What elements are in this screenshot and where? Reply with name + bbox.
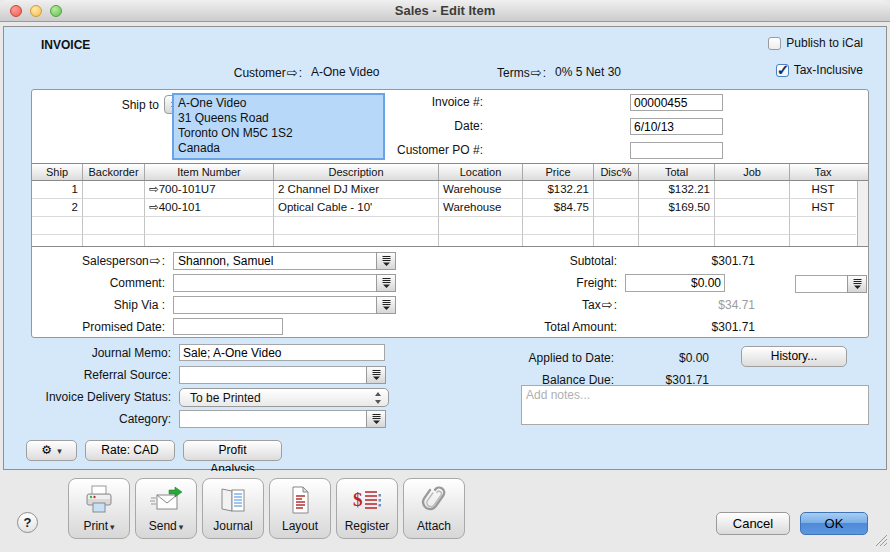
table-cell[interactable] bbox=[715, 181, 790, 199]
table-cell[interactable] bbox=[594, 217, 639, 235]
journal-button[interactable]: Journal bbox=[202, 478, 264, 539]
column-header[interactable]: Disc% bbox=[594, 164, 639, 180]
table-row[interactable]: 2⇨400-101Optical Cable - 10'Warehouse$84… bbox=[32, 199, 868, 217]
table-cell[interactable] bbox=[523, 217, 594, 235]
promised-date-input[interactable] bbox=[173, 318, 283, 335]
history-button[interactable]: History... bbox=[741, 346, 847, 367]
table-cell[interactable] bbox=[145, 217, 274, 235]
zoom-arrow-icon[interactable]: ⇨ bbox=[601, 297, 614, 312]
column-header[interactable]: Backorder bbox=[83, 164, 145, 180]
table-cell[interactable] bbox=[715, 199, 790, 217]
table-cell[interactable]: 1 bbox=[32, 181, 83, 199]
column-header[interactable]: Ship bbox=[32, 164, 83, 180]
table-cell[interactable] bbox=[32, 235, 83, 247]
freight-tax-combo[interactable] bbox=[795, 275, 867, 293]
titlebar[interactable]: Sales - Edit Item bbox=[0, 0, 890, 22]
table-scrollbar[interactable] bbox=[857, 181, 868, 246]
send-button[interactable]: Send▾ bbox=[135, 478, 197, 539]
date-input[interactable] bbox=[630, 118, 723, 135]
list-dropdown-button[interactable] bbox=[366, 410, 386, 428]
table-cell[interactable] bbox=[274, 217, 439, 235]
freight-input[interactable] bbox=[625, 274, 725, 292]
customer-value[interactable]: A-One Video bbox=[311, 65, 380, 79]
table-cell[interactable] bbox=[83, 217, 145, 235]
list-dropdown-button[interactable] bbox=[376, 252, 396, 270]
category-combo[interactable] bbox=[179, 410, 386, 428]
list-dropdown-button[interactable] bbox=[847, 275, 867, 293]
table-cell[interactable] bbox=[594, 235, 639, 247]
table-cell[interactable]: HST bbox=[790, 199, 856, 217]
table-cell[interactable]: ⇨700-101U7 bbox=[145, 181, 274, 199]
tax-inclusive-checkbox[interactable]: Tax-Inclusive bbox=[776, 63, 863, 77]
zoom-arrow-icon[interactable]: ⇨ bbox=[530, 65, 543, 80]
ship-to-address[interactable]: A-One Video 31 Queens Road Toronto ON M5… bbox=[172, 93, 385, 160]
table-cell[interactable] bbox=[439, 235, 523, 247]
profit-analysis-button[interactable]: Profit Analysis bbox=[183, 440, 282, 461]
table-cell[interactable] bbox=[523, 235, 594, 247]
table-cell[interactable] bbox=[594, 181, 639, 199]
salesperson-input[interactable] bbox=[173, 252, 376, 270]
table-cell[interactable]: Warehouse bbox=[439, 199, 523, 217]
referral-source-input[interactable] bbox=[179, 366, 366, 384]
table-cell[interactable]: Warehouse bbox=[439, 181, 523, 199]
gear-menu-button[interactable]: ⚙ ▾ bbox=[26, 440, 77, 461]
delivery-status-popup[interactable]: To be Printed bbox=[179, 388, 389, 407]
cancel-button[interactable]: Cancel bbox=[716, 512, 790, 535]
register-button[interactable]: $ Register bbox=[336, 478, 398, 539]
table-cell[interactable]: $169.50 bbox=[639, 199, 715, 217]
layout-button[interactable]: Layout bbox=[269, 478, 331, 539]
table-cell[interactable] bbox=[639, 235, 715, 247]
column-header[interactable]: Location bbox=[439, 164, 523, 180]
table-cell[interactable] bbox=[83, 199, 145, 217]
category-input[interactable] bbox=[179, 410, 366, 428]
table-cell[interactable] bbox=[83, 235, 145, 247]
rate-button[interactable]: Rate: CAD bbox=[85, 440, 175, 461]
freight-tax-input[interactable] bbox=[795, 275, 847, 293]
help-button[interactable]: ? bbox=[17, 512, 38, 533]
table-cell[interactable]: 2 bbox=[32, 199, 83, 217]
terms-value[interactable]: 0% 5 Net 30 bbox=[555, 65, 621, 79]
ok-button[interactable]: OK bbox=[800, 512, 868, 535]
line-items-header[interactable]: ShipBackorderItem NumberDescriptionLocat… bbox=[32, 164, 868, 181]
table-cell[interactable]: $132.21 bbox=[523, 181, 594, 199]
comment-input[interactable] bbox=[173, 274, 376, 292]
column-header[interactable]: Tax bbox=[790, 164, 856, 180]
resize-grip-icon[interactable] bbox=[875, 534, 888, 550]
table-cell[interactable]: 2 Channel DJ Mixer bbox=[274, 181, 439, 199]
table-row[interactable]: 1⇨700-101U72 Channel DJ MixerWarehouse$1… bbox=[32, 181, 868, 199]
table-cell[interactable] bbox=[790, 217, 856, 235]
table-row[interactable] bbox=[32, 235, 868, 247]
column-header[interactable]: Job bbox=[715, 164, 790, 180]
column-header[interactable]: Total bbox=[639, 164, 715, 180]
salesperson-combo[interactable] bbox=[173, 252, 396, 270]
column-header[interactable]: Price bbox=[523, 164, 594, 180]
table-cell[interactable]: HST bbox=[790, 181, 856, 199]
notes-textarea[interactable] bbox=[521, 385, 869, 425]
table-cell[interactable] bbox=[145, 235, 274, 247]
ship-via-input[interactable] bbox=[173, 296, 376, 314]
list-dropdown-button[interactable] bbox=[376, 296, 396, 314]
table-cell[interactable] bbox=[639, 217, 715, 235]
publish-ical-checkbox[interactable]: Publish to iCal bbox=[768, 36, 863, 50]
zoom-arrow-icon[interactable]: ⇨ bbox=[286, 65, 299, 80]
print-button[interactable]: Print▾ bbox=[68, 478, 130, 539]
referral-source-combo[interactable] bbox=[179, 366, 386, 384]
ship-via-combo[interactable] bbox=[173, 296, 396, 314]
table-cell[interactable]: Optical Cable - 10' bbox=[274, 199, 439, 217]
comment-combo[interactable] bbox=[173, 274, 396, 292]
table-cell[interactable] bbox=[594, 199, 639, 217]
table-cell[interactable]: ⇨400-101 bbox=[145, 199, 274, 217]
list-dropdown-button[interactable] bbox=[366, 366, 386, 384]
checkbox-icon[interactable] bbox=[776, 64, 789, 77]
zoom-arrow-icon[interactable]: ⇨ bbox=[149, 253, 162, 268]
table-cell[interactable]: $132.21 bbox=[639, 181, 715, 199]
table-cell[interactable] bbox=[439, 217, 523, 235]
invoice-no-input[interactable] bbox=[630, 94, 723, 111]
column-header[interactable]: Description bbox=[274, 164, 439, 180]
table-cell[interactable]: $84.75 bbox=[523, 199, 594, 217]
table-cell[interactable] bbox=[790, 235, 856, 247]
customer-po-input[interactable] bbox=[630, 142, 723, 159]
attach-button[interactable]: Attach bbox=[403, 478, 465, 539]
column-header[interactable]: Item Number bbox=[145, 164, 274, 180]
table-cell[interactable] bbox=[715, 235, 790, 247]
